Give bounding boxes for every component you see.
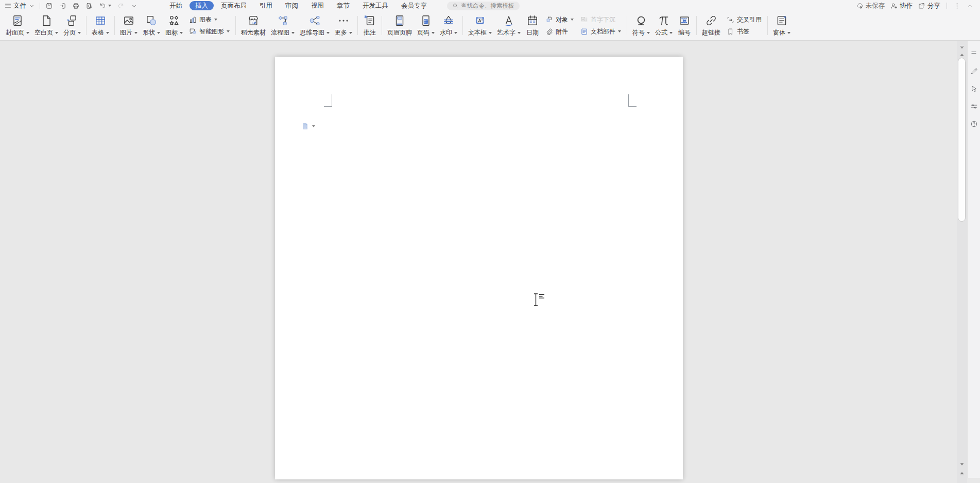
drop-cap-icon [580,15,589,24]
ribbon-button-comment[interactable]: 批注 [360,13,379,38]
side-adjust-button[interactable] [969,101,979,111]
inserted-object-placeholder[interactable] [301,122,315,131]
ribbon-button-wordart[interactable]: 艺术字 [494,13,523,38]
doc-placeholder-icon[interactable] [301,122,310,131]
ribbon-button-attachment[interactable]: 附件 [544,27,575,37]
command-search-input[interactable]: 查找命令、搜索模板 [447,2,520,10]
ribbon-group-divider [235,16,236,35]
share-button[interactable]: 分享 [916,1,942,11]
ribbon-button-date[interactable]: 日期 [523,13,542,38]
page-number-icon [419,14,433,27]
divider [947,3,947,9]
ribbon-button-cover-page[interactable]: 封面页 [3,13,32,38]
tab-section[interactable]: 章节 [331,1,355,10]
hamburger-menu-icon[interactable] [4,2,12,10]
placeholder-dropdown-caret-icon[interactable] [312,125,315,127]
ribbon-button-object[interactable]: 对象 [544,15,575,25]
ribbon-button-page-break[interactable]: 分页 [61,13,83,38]
ribbon-button-docer-material[interactable]: 稻壳素材 [238,13,268,38]
ribbon-group-divider [86,16,87,35]
ribbon-button-watermark[interactable]: 水印 [437,13,460,38]
ribbon-button-label: 公式 [655,28,667,37]
tab-review[interactable]: 审阅 [280,1,304,10]
ribbon-button-more[interactable]: 更多 [332,13,355,38]
ribbon-button-label: 文本框 [468,28,487,37]
collapse-ribbon-button[interactable] [964,1,976,11]
ribbon-button-chart[interactable]: 图表 [187,15,231,25]
ribbon-button-mindmap[interactable]: 思维导图 [297,13,332,38]
tab-dev-tools[interactable]: 开发工具 [357,1,394,10]
vertical-scrollbar[interactable] [957,41,967,483]
attachment-icon [545,27,554,36]
document-canvas[interactable] [0,41,957,483]
dropdown-caret-icon [157,32,160,34]
ribbon-button-label: 艺术字 [497,28,515,37]
bookmark-icon [726,27,735,36]
file-chevron-down-icon[interactable] [28,2,33,10]
dropdown-caret-icon [489,32,492,34]
ribbon-button-table[interactable]: 表格 [89,13,112,38]
ribbon-button-form[interactable]: 窗体 [770,13,793,38]
ribbon-button-shapes[interactable]: 形状 [140,13,163,38]
side-pen-button[interactable] [969,66,979,76]
ribbon-group-divider [627,16,627,35]
ribbon-button-doc-part[interactable]: 文档部件 [579,27,622,37]
ribbon-button-flowchart[interactable]: 流程图 [268,13,297,38]
side-help-button[interactable] [969,119,979,129]
form-icon [775,14,788,27]
dropdown-caret-icon [78,32,81,34]
textbox-icon [473,14,487,27]
collaborate-button[interactable]: 协作 [888,1,915,11]
ribbon-button-picture[interactable]: 图片 [117,13,140,38]
ribbon-group-divider [114,16,115,35]
side-toolbar-drag-handle[interactable] [969,47,979,58]
dropdown-caret-icon [571,19,574,21]
text-ibeam-cursor [531,292,548,307]
tab-view[interactable]: 视图 [305,1,330,10]
qat-export-button[interactable] [57,1,68,11]
ribbon-button-cross-reference[interactable]: 交叉引用 [725,15,763,25]
ribbon-button-numbering[interactable]: 编号 [675,13,694,38]
tab-member[interactable]: 会员专享 [396,1,433,10]
document-page[interactable] [275,57,683,479]
dropdown-caret-icon [291,32,295,34]
qat-print-button[interactable] [70,1,82,11]
save-icon [45,2,53,10]
qat-print-preview-button[interactable] [83,1,95,11]
ribbon-button-page-number[interactable]: 页码 [415,13,437,38]
qat-customize-toolbar-button[interactable] [128,1,140,11]
side-select-cursor-button[interactable] [969,84,979,94]
scrollbar-thumb[interactable] [958,58,966,222]
ribbon-button-label: 页眉页脚 [387,28,412,37]
save-status-button[interactable]: 未保存 [854,1,887,11]
qat-save-button[interactable] [43,1,55,11]
ribbon-button-hyperlink[interactable]: 超链接 [699,13,723,38]
tab-references[interactable]: 引用 [254,1,278,10]
help-icon [970,120,978,128]
dropdown-caret-icon [349,32,352,34]
scroll-down-arrow-icon[interactable] [958,460,966,468]
ribbon-button-textbox[interactable]: 文本框 [466,13,494,38]
divider [40,3,40,9]
ribbon-button-formula[interactable]: 公式 [652,13,675,38]
page-up-button-icon[interactable] [958,469,966,477]
ribbon-button-blank-page[interactable]: 空白页 [32,13,61,38]
tab-home[interactable]: 开始 [164,1,188,10]
tab-insert[interactable]: 插入 [190,1,214,10]
ribbon-button-header-footer[interactable]: 页眉页脚 [385,13,415,38]
table-icon [94,14,107,27]
dropdown-caret-icon [669,32,673,34]
dropdown-caret-icon [108,5,111,7]
qat-undo-button[interactable] [97,1,113,11]
print-icon [72,2,80,10]
tab-page-layout[interactable]: 页面布局 [215,1,252,10]
ribbon-button-label: 附件 [556,27,568,36]
more-options-button[interactable] [951,1,963,11]
ribbon-button-label: 封面页 [6,28,24,37]
flowchart-icon [276,14,289,27]
ribbon-button-symbol[interactable]: 符号 [630,13,652,38]
ribbon-button-icon-library[interactable]: 图标 [163,13,185,38]
file-menu-button[interactable]: 文件 [13,2,26,10]
ribbon-button-bookmark[interactable]: 书签 [725,27,763,37]
ribbon-button-smart-graphic[interactable]: 智能图形 [187,27,231,37]
